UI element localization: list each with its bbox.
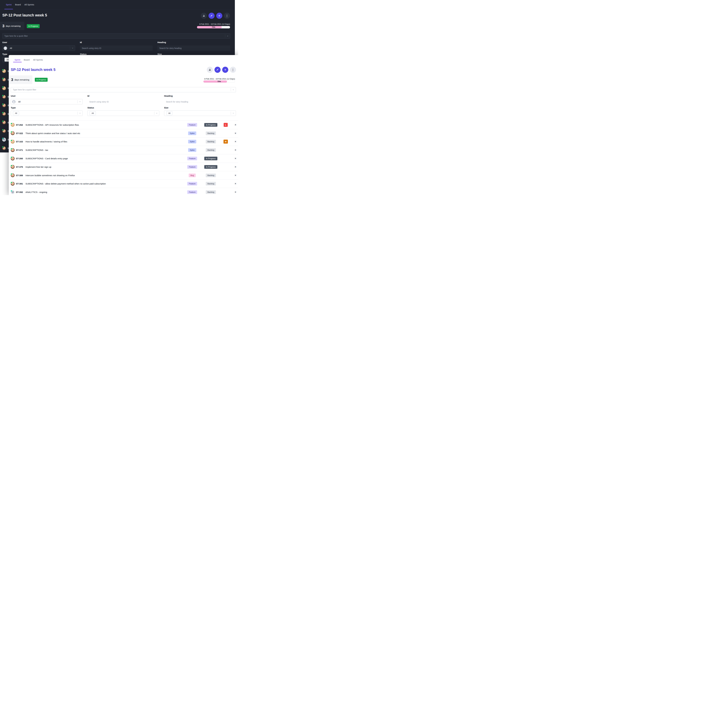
status-badge: Backlog [206,132,216,135]
tab-board[interactable]: Board [13,0,23,9]
story-id: ST-322 [16,132,25,135]
days-remaining-label: days remaining [6,25,20,27]
type-badge: Spike [188,132,196,135]
type-select[interactable]: All [11,110,83,116]
user-avatar-icon [12,100,15,104]
story-row[interactable]: ST-322 Think about sprint creation and l… [9,129,238,138]
story-title: Intercom bubble sometimes not showing on… [26,174,184,177]
progress-bar: 75% [197,26,230,28]
add-button[interactable] [216,13,222,19]
story-id-input[interactable] [87,99,159,104]
add-button[interactable] [222,67,228,73]
quick-filter[interactable] [2,33,230,38]
tab-all-sprints[interactable]: All Sprints [31,55,45,64]
chevron-down-icon[interactable] [78,101,83,102]
story-row[interactable]: ST-262 SUBSCRIPTIONS - API resources for… [9,121,238,129]
size-select-value: All [166,111,172,115]
close-icon[interactable] [231,172,237,178]
filter-id: Id [80,41,153,51]
story-title: Implement free tier sign up [26,166,184,168]
story-row[interactable]: ST-389 Intercom bubble sometimes not sho… [9,171,238,180]
story-id: ST-163 [16,140,25,143]
type-badge: Spike [188,148,196,152]
top-nav: Sprint Board All Sprints [9,55,238,64]
filter-size: Size All [164,106,236,116]
story-row[interactable]: ST-392 ANALYTICS - ongoing Feature Backl… [9,188,238,195]
tab-all-sprints[interactable]: All Sprints [23,0,36,9]
filter-user: User All [2,41,75,51]
edit-button[interactable] [214,67,220,73]
avatar [2,104,6,107]
close-icon[interactable] [231,122,237,128]
edit-button[interactable] [208,13,215,19]
chevron-down-icon[interactable] [78,112,83,114]
story-row[interactable]: ST-391 SUBSCRIPTIONS - allow delete paym… [9,180,238,188]
story-title: SUBSCRIPTIONS - tax [26,149,184,151]
days-remaining-tab[interactable]: 3 days remaining [9,75,32,84]
user-select[interactable]: All [2,46,75,51]
size-select[interactable]: All [164,110,236,116]
close-icon[interactable] [231,181,237,187]
tab-sprint[interactable]: Sprint [4,0,13,9]
chevron-down-icon[interactable] [154,112,159,114]
sprint-date-range: 8 Feb 2021 - 19 Feb 2021 (12 Days) [205,78,235,80]
close-icon[interactable] [231,147,237,153]
story-title: SUBSCRIPTIONS - Card details entry page [26,157,184,160]
story-heading-input[interactable] [164,99,236,104]
days-remaining-tab[interactable]: 3 days remaining [0,22,24,30]
status-badge: Backlog [206,190,216,194]
type-badge: Feature [187,190,197,194]
avatar [11,182,15,186]
close-icon[interactable] [231,130,237,136]
page-title: SP-12 Post launch week 5 [11,67,55,72]
story-id: ST-371 [16,149,25,151]
user-select[interactable]: All [11,99,83,104]
status-badge: In Progress [204,165,217,169]
close-icon[interactable] [231,139,237,145]
avatar [2,95,6,99]
story-heading-input[interactable] [158,46,230,51]
chevron-down-icon[interactable] [231,89,236,91]
avatar [2,121,6,124]
chevron-down-icon[interactable] [231,112,236,114]
type-select-value: All [13,111,19,115]
quick-filter-input[interactable] [11,89,231,91]
story-row[interactable]: ST-371 SUBSCRIPTIONS - tax Spike Backlog [9,146,238,154]
quick-filter[interactable] [11,87,236,92]
story-id-input[interactable] [80,46,153,51]
avatar [2,146,6,150]
story-id: ST-389 [16,174,25,177]
chart-button[interactable] [201,13,207,19]
more-button[interactable] [224,13,230,19]
close-icon[interactable] [231,189,237,195]
avatar [11,123,15,127]
avatar [2,69,6,73]
sprint-status-badge: In Progress [35,78,47,82]
more-button[interactable] [230,67,236,73]
avatar [2,129,6,133]
story-row[interactable]: ST-375 Implement free tier sign up Featu… [9,163,238,171]
chart-button[interactable] [207,67,213,73]
progress-label: 75% [203,81,235,83]
tab-sprint[interactable]: Sprint [13,55,22,64]
avatar [2,138,6,142]
tab-board[interactable]: Board [22,55,31,64]
status-badge: Backlog [206,174,216,177]
story-row[interactable]: ST-163 How to handle attachments / stori… [9,138,238,146]
story-row[interactable]: ST-260 SUBSCRIPTIONS - Card details entr… [9,154,238,163]
status-badge: Backlog [206,182,216,185]
status-select[interactable]: All [87,110,159,116]
close-icon[interactable] [231,164,237,170]
days-remaining-number: 3 [11,78,13,82]
quick-filter-input[interactable] [3,35,225,37]
close-icon[interactable] [231,156,237,162]
chevron-down-icon[interactable] [70,47,75,49]
days-remaining-number: 3 [2,24,5,28]
story-list: ST-262 SUBSCRIPTIONS - API resources for… [9,121,238,195]
filter-user: User All [11,95,83,104]
type-badge: Feature [187,123,197,127]
chevron-down-icon[interactable] [225,35,230,37]
story-id: ST-375 [16,166,25,168]
bar-chart-icon [202,14,205,17]
size-badge: M [223,140,228,144]
